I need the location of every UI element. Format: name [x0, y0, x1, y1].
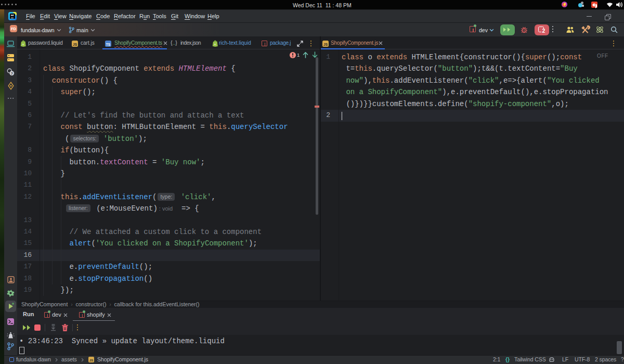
svg-text:?: ?: [11, 71, 14, 76]
